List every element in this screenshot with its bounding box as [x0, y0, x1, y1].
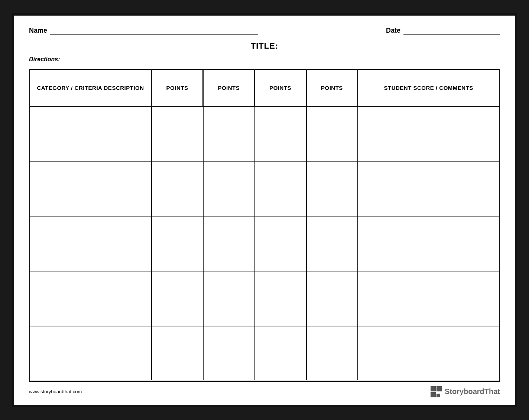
logo-bottom-row [431, 392, 442, 397]
header-cell-category: CATEGORY / CRITERIA DESCRIPTION [30, 70, 152, 106]
table-row [30, 107, 499, 162]
rubric-table: CATEGORY / CRITERIA DESCRIPTION POINTS P… [29, 69, 500, 382]
cell-points-5-4 [307, 326, 358, 381]
name-underline [50, 27, 258, 35]
cell-category-3 [30, 216, 152, 271]
name-label: Name [29, 27, 47, 35]
cell-points-5-2 [204, 326, 255, 381]
rubric-page: Name Date TITLE: Directions: CATEGORY / … [12, 13, 517, 407]
brand-name: StoryboardThat [445, 387, 500, 396]
cell-student-5 [358, 326, 499, 381]
header-label-points-4: POINTS [321, 85, 343, 91]
header-label-student: STUDENT SCORE / COMMENTS [384, 85, 473, 91]
cell-points-4-1 [152, 271, 204, 326]
cell-points-3-3 [255, 216, 307, 271]
cell-points-2-3 [255, 162, 307, 216]
header-cell-points-3: POINTS [255, 70, 307, 106]
title-section: TITLE: [29, 41, 500, 51]
logo-sq-4 [436, 394, 440, 397]
header-cell-student: STUDENT SCORE / COMMENTS [358, 70, 499, 106]
cell-student-2 [358, 162, 499, 216]
logo-group [431, 386, 442, 397]
logo-sq-1 [431, 386, 436, 391]
logo-sq-3 [431, 392, 436, 397]
directions-section: Directions: [29, 56, 500, 63]
header-row: Name Date [29, 27, 500, 35]
table-row [30, 216, 499, 271]
footer-brand: StoryboardThat [431, 386, 500, 397]
directions-label: Directions: [29, 56, 60, 62]
cell-points-3-2 [204, 216, 255, 271]
header-cell-points-4: POINTS [307, 70, 358, 106]
brand-logo-icon [431, 386, 442, 397]
cell-category-4 [30, 271, 152, 326]
cell-points-1-2 [204, 107, 255, 161]
table-header: CATEGORY / CRITERIA DESCRIPTION POINTS P… [30, 70, 499, 107]
cell-category-1 [30, 107, 152, 161]
header-label-points-3: POINTS [269, 85, 291, 91]
cell-student-4 [358, 271, 499, 326]
cell-category-2 [30, 162, 152, 216]
date-label: Date [386, 27, 400, 35]
page-title: TITLE: [251, 41, 278, 51]
header-label-points-1: POINTS [166, 85, 188, 91]
header-label-category: CATEGORY / CRITERIA DESCRIPTION [37, 85, 144, 91]
cell-points-2-2 [204, 162, 255, 216]
brand-name-storyboard: Storyboard [445, 387, 484, 395]
cell-points-1-3 [255, 107, 307, 161]
cell-points-4-2 [204, 271, 255, 326]
cell-points-1-4 [307, 107, 358, 161]
header-cell-points-2: POINTS [204, 70, 255, 106]
cell-points-5-1 [152, 326, 204, 381]
header-cell-points-1: POINTS [152, 70, 204, 106]
footer-url: www.storyboardthat.com [29, 389, 82, 394]
cell-points-2-1 [152, 162, 204, 216]
name-field: Name [29, 27, 386, 35]
footer: www.storyboardthat.com StoryboardThat [29, 386, 500, 397]
cell-points-4-3 [255, 271, 307, 326]
cell-student-3 [358, 216, 499, 271]
table-row [30, 326, 499, 381]
table-body [30, 107, 499, 381]
cell-points-1-1 [152, 107, 204, 161]
cell-student-1 [358, 107, 499, 161]
cell-points-2-4 [307, 162, 358, 216]
cell-points-3-1 [152, 216, 204, 271]
date-field: Date [386, 27, 500, 35]
cell-points-3-4 [307, 216, 358, 271]
table-row [30, 162, 499, 216]
table-row [30, 271, 499, 326]
cell-points-5-3 [255, 326, 307, 381]
cell-points-4-4 [307, 271, 358, 326]
logo-sq-2 [436, 386, 442, 391]
cell-category-5 [30, 326, 152, 381]
date-underline [403, 27, 500, 35]
header-label-points-2: POINTS [218, 85, 240, 91]
brand-name-that: That [484, 387, 500, 395]
logo-top-row [431, 386, 442, 391]
